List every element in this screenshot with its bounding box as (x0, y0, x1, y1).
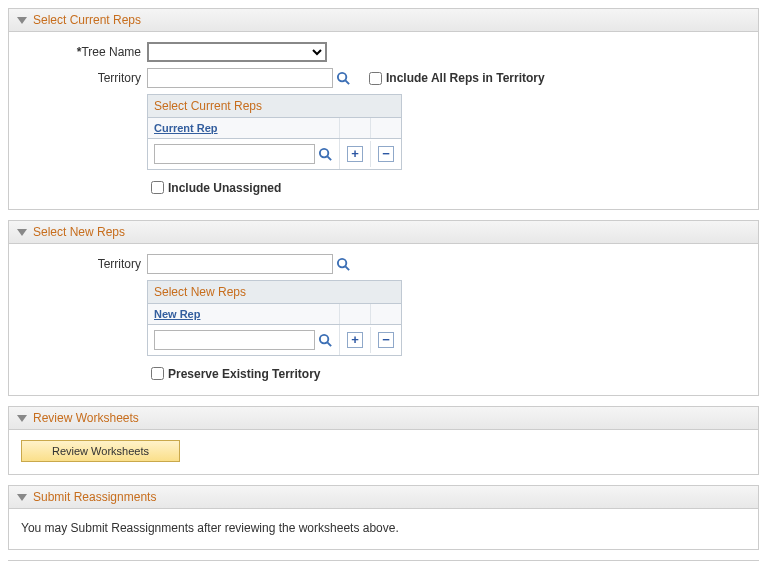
section-title: Select Current Reps (33, 13, 141, 27)
new-rep-input[interactable] (154, 330, 315, 350)
row-territory-current: Territory Include All Reps in Territory (21, 68, 746, 88)
preserve-territory-label: Preserve Existing Territory (168, 367, 321, 381)
section-title: Submit Reassignments (33, 490, 156, 504)
grid-cell-remove: − (371, 327, 401, 353)
include-unassigned-wrap[interactable]: Include Unassigned (147, 178, 746, 197)
svg-line-7 (327, 342, 331, 346)
svg-point-0 (337, 72, 345, 80)
grid-col-header-remove (371, 118, 401, 138)
section-select-current-reps: Select Current Reps *Tree Name Territory… (8, 8, 759, 210)
grid-header-row: Current Rep (148, 118, 401, 139)
section-body-review: Review Worksheets (9, 430, 758, 474)
svg-line-1 (345, 80, 349, 84)
svg-line-5 (345, 266, 349, 270)
section-title: Select New Reps (33, 225, 125, 239)
lookup-icon[interactable] (317, 146, 333, 162)
twisty-down-icon (17, 494, 27, 501)
grid-cell-add: + (340, 141, 371, 167)
section-header-current-reps[interactable]: Select Current Reps (9, 9, 758, 32)
lookup-icon[interactable] (335, 256, 351, 272)
lookup-icon[interactable] (335, 70, 351, 86)
remove-row-button[interactable]: − (378, 332, 394, 348)
grid-title-row: Select Current Reps (148, 95, 401, 118)
remove-row-button[interactable]: − (378, 146, 394, 162)
grid-cell-add: + (340, 327, 371, 353)
row-territory-new: Territory (21, 254, 746, 274)
table-row: + − (148, 325, 401, 355)
section-submit-reassignments: Submit Reassignments You may Submit Reas… (8, 485, 759, 550)
grid-cell-remove: − (371, 141, 401, 167)
grid-cell-new-rep (148, 325, 340, 355)
grid-new-reps: Select New Reps New Rep + − (147, 280, 402, 356)
grid-col-header-add (340, 304, 371, 324)
svg-point-4 (337, 258, 345, 266)
review-worksheets-button[interactable]: Review Worksheets (21, 440, 180, 462)
tree-name-label: *Tree Name (21, 45, 147, 59)
submit-info-text: You may Submit Reassignments after revie… (21, 519, 746, 537)
row-tree-name: *Tree Name (21, 42, 746, 62)
territory-input-new[interactable] (147, 254, 333, 274)
twisty-down-icon (17, 415, 27, 422)
include-all-checkbox[interactable] (369, 72, 382, 85)
section-header-new-reps[interactable]: Select New Reps (9, 221, 758, 244)
grid-header-row: New Rep (148, 304, 401, 325)
section-select-new-reps: Select New Reps Territory Select New Rep… (8, 220, 759, 396)
grid-cell-current-rep (148, 139, 340, 169)
territory-label-new: Territory (21, 257, 147, 271)
section-body-current-reps: *Tree Name Territory Include All Reps in… (9, 32, 758, 209)
section-review-worksheets: Review Worksheets Review Worksheets (8, 406, 759, 475)
include-all-label: Include All Reps in Territory (386, 71, 545, 85)
section-body-new-reps: Territory Select New Reps New Rep (9, 244, 758, 395)
twisty-down-icon (17, 229, 27, 236)
grid-title: Select New Reps (154, 285, 246, 299)
territory-label-current: Territory (21, 71, 147, 85)
section-header-submit[interactable]: Submit Reassignments (9, 486, 758, 509)
section-header-review[interactable]: Review Worksheets (9, 407, 758, 430)
add-row-button[interactable]: + (347, 332, 363, 348)
preserve-territory-wrap[interactable]: Preserve Existing Territory (147, 364, 746, 383)
current-rep-input[interactable] (154, 144, 315, 164)
svg-line-3 (327, 156, 331, 160)
lookup-icon[interactable] (317, 332, 333, 348)
grid-current-reps: Select Current Reps Current Rep + − (147, 94, 402, 170)
svg-point-2 (319, 148, 327, 156)
add-row-button[interactable]: + (347, 146, 363, 162)
tree-name-label-text: Tree Name (81, 45, 141, 59)
grid-title-row: Select New Reps (148, 281, 401, 304)
grid-col-header-add (340, 118, 371, 138)
tree-name-select[interactable] (147, 42, 327, 62)
preserve-territory-checkbox[interactable] (151, 367, 164, 380)
grid-col-header-current-rep[interactable]: Current Rep (148, 118, 340, 138)
grid-title: Select Current Reps (154, 99, 262, 113)
include-unassigned-checkbox[interactable] (151, 181, 164, 194)
twisty-down-icon (17, 17, 27, 24)
section-title: Review Worksheets (33, 411, 139, 425)
svg-point-6 (319, 334, 327, 342)
grid-col-header-new-rep[interactable]: New Rep (148, 304, 340, 324)
table-row: + − (148, 139, 401, 169)
include-all-wrap[interactable]: Include All Reps in Territory (365, 69, 545, 88)
grid-col-header-remove (371, 304, 401, 324)
territory-input-current[interactable] (147, 68, 333, 88)
include-unassigned-label: Include Unassigned (168, 181, 281, 195)
section-body-submit: You may Submit Reassignments after revie… (9, 509, 758, 549)
